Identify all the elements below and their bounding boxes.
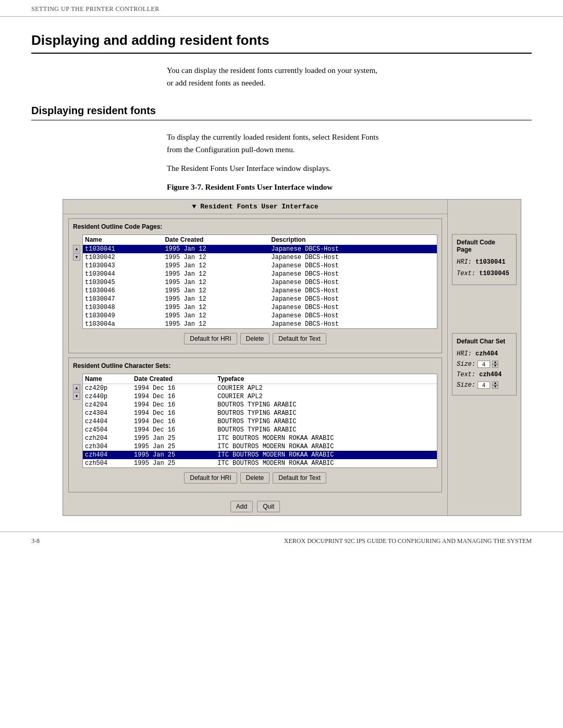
top-bar-text: SETTING UP THE PRINTER CONTROLLER — [31, 5, 160, 13]
code-page-hri-row: HRI: t1030041 — [457, 257, 512, 267]
code-pages-table-wrapper: Name Date Created Description t103004119… — [82, 235, 437, 329]
scroll-up-btn[interactable]: ▲ — [73, 245, 80, 252]
default-char-set-title: Default Char Set — [457, 338, 512, 345]
scroll-down-btn[interactable]: ▼ — [73, 253, 80, 261]
table-row[interactable]: cz44041994 Dec 16BOUTROS TYPING ARABIC — [83, 417, 437, 426]
default-code-page-title: Default Code Page — [457, 239, 512, 253]
char-set-text-row: Text: czh404 — [457, 370, 512, 379]
code-page-text-row: Text: t1030045 — [457, 269, 512, 278]
table-row[interactable]: czh4041995 Jan 25ITC BOUTROS MODERN ROKA… — [83, 451, 437, 459]
table-row[interactable]: czh2041995 Jan 25ITC BOUTROS MODERN ROKA… — [83, 434, 437, 442]
code-pages-list-container: ▲ ▼ Name Date Created Description — [73, 235, 437, 329]
delete-btn-1[interactable]: Delete — [240, 333, 270, 344]
bottom-button-row: Add Quit — [63, 497, 447, 515]
default-text-btn-2[interactable]: Default for Text — [273, 472, 326, 484]
title-icon: ▼ — [192, 203, 196, 211]
char-sets-container: Resident Outline Character Sets: ▲ ▼ Nam… — [63, 357, 447, 497]
char-set-text-size-input[interactable] — [478, 381, 490, 389]
char-set-text-value: czh404 — [479, 371, 501, 378]
char-set-text-spinners: ▲ ▼ — [492, 381, 498, 389]
table-row[interactable]: cz43041994 Dec 16BOUTROS TYPING ARABIC — [83, 409, 437, 417]
char-sets-list-container: ▲ ▼ Name Date Created Typeface — [73, 374, 437, 468]
code-page-text-label: Text: — [457, 270, 475, 277]
default-hri-btn-2[interactable]: Default for HRI — [184, 472, 237, 484]
char-scroll-up-btn[interactable]: ▲ — [73, 384, 80, 391]
page-number: 3-8 — [31, 537, 40, 545]
top-bar: SETTING UP THE PRINTER CONTROLLER — [0, 0, 563, 17]
col-name-2: Name — [83, 374, 132, 384]
add-btn[interactable]: Add — [230, 501, 253, 512]
section-title: Displaying resident fonts — [31, 105, 532, 120]
chapter-title: Displaying and adding resident fonts — [31, 32, 532, 54]
char-set-text-size-row: Size: ▲ ▼ — [457, 381, 512, 389]
char-set-hri-row: HRI: czh404 — [457, 349, 512, 359]
char-set-size-label: Size: — [457, 361, 475, 368]
bottom-bar: 3-8 XEROX DOCUPRINT 92C IPS GUIDE TO CON… — [0, 532, 563, 550]
default-char-set-box: Default Char Set HRI: czh404 Size: ▲ ▼ T… — [452, 333, 517, 396]
col-typeface: Typeface — [215, 374, 437, 384]
ui-title: Resident Fonts User Interface — [200, 203, 318, 211]
char-set-text-label: Text: — [457, 371, 475, 378]
table-row[interactable]: cz45041994 Dec 16BOUTROS TYPING ARABIC — [83, 426, 437, 434]
intro-paragraph: You can display the resident fonts curre… — [167, 66, 377, 87]
table-row[interactable]: cz440p1994 Dec 16COURIER APL2 — [83, 392, 437, 401]
table-row[interactable]: t10300431995 Jan 12Japanese DBCS-Host — [83, 262, 437, 270]
char-set-hri-size-row: Size: ▲ ▼ — [457, 361, 512, 368]
ui-window: ▼ Resident Fonts User Interface Resident… — [63, 199, 521, 516]
right-spacer-mid — [452, 293, 517, 325]
table-row[interactable]: czh3041995 Jan 25ITC BOUTROS MODERN ROKA… — [83, 442, 437, 451]
ui-left-panel: ▼ Resident Fonts User Interface Resident… — [63, 200, 448, 515]
table-row[interactable]: t103004a1995 Jan 12Japanese DBCS-Host — [83, 320, 437, 328]
figure-caption: Figure 3-7. Resident Fonts User Interfac… — [167, 183, 532, 192]
code-pages-container: Resident Outline Code Pages: ▲ ▼ Name — [63, 214, 447, 357]
table-row[interactable]: t10300471995 Jan 12Japanese DBCS-Host — [83, 295, 437, 303]
table-row[interactable]: czh5041995 Jan 25ITC BOUTROS MODERN ROKA… — [83, 459, 437, 467]
section-text-1: To display the currently loaded resident… — [167, 131, 532, 156]
table-row[interactable]: t10300421995 Jan 12Japanese DBCS-Host — [83, 253, 437, 262]
code-pages-table: Name Date Created Description t103004119… — [83, 235, 437, 328]
col-description: Description — [269, 235, 437, 245]
code-pages-header-row: Name Date Created Description — [83, 235, 437, 245]
char-sets-header-row: Name Date Created Typeface — [83, 374, 437, 384]
table-row[interactable]: t10300441995 Jan 12Japanese DBCS-Host — [83, 270, 437, 278]
table-row[interactable]: t10300411995 Jan 12Japanese DBCS-Host — [83, 245, 437, 254]
figure-number: Figure 3-7. — [167, 183, 203, 191]
table-row[interactable]: t10300461995 Jan 12Japanese DBCS-Host — [83, 287, 437, 295]
table-row[interactable]: t10300491995 Jan 12Japanese DBCS-Host — [83, 312, 437, 320]
char-sets-table: Name Date Created Typeface cz420p1994 De… — [83, 374, 437, 467]
code-pages-scrollbar: ▲ ▼ — [73, 235, 80, 329]
code-page-text-value: t1030045 — [479, 270, 509, 277]
col-date-created-2: Date Created — [132, 374, 215, 384]
ui-right-panel: Default Code Page HRI: t1030041 Text: t1… — [448, 200, 521, 515]
char-set-hri-size-input[interactable] — [478, 361, 490, 368]
code-page-hri-label: HRI: — [457, 258, 472, 266]
right-spacer-top — [452, 205, 517, 226]
ui-title-bar: ▼ Resident Fonts User Interface — [63, 200, 447, 214]
text-size-down[interactable]: ▼ — [492, 385, 498, 389]
figure-label: Resident Fonts User Interface window — [205, 183, 333, 191]
footer-text: XEROX DOCUPRINT 92C IPS GUIDE TO CONFIGU… — [284, 537, 532, 545]
char-sets-title: Resident Outline Character Sets: — [73, 362, 437, 369]
char-scroll-down-btn[interactable]: ▼ — [73, 392, 80, 400]
char-sets-scrollbar: ▲ ▼ — [73, 374, 80, 468]
char-set-hri-label: HRI: — [457, 350, 472, 357]
col-date-created: Date Created — [163, 235, 269, 245]
table-row[interactable]: cz420p1994 Dec 16COURIER APL2 — [83, 384, 437, 393]
char-set-hri-spinners: ▲ ▼ — [492, 361, 498, 368]
code-page-hri-value: t1030041 — [475, 258, 506, 266]
intro-text: You can display the resident fonts curre… — [167, 64, 532, 89]
code-pages-button-row: Default for HRI Delete Default for Text — [73, 329, 437, 349]
default-text-btn-1[interactable]: Default for Text — [273, 333, 326, 344]
default-hri-btn-1[interactable]: Default for HRI — [184, 333, 237, 344]
default-code-page-box: Default Code Page HRI: t1030041 Text: t1… — [452, 234, 517, 285]
delete-btn-2[interactable]: Delete — [240, 472, 270, 484]
quit-btn[interactable]: Quit — [257, 501, 280, 512]
hri-size-down[interactable]: ▼ — [492, 364, 498, 368]
table-row[interactable]: cz42041994 Dec 16BOUTROS TYPING ARABIC — [83, 401, 437, 409]
section-text-2: The Resident Fonts User Interface window… — [167, 162, 532, 175]
char-set-hri-value: czh404 — [475, 350, 498, 357]
table-row[interactable]: t10300451995 Jan 12Japanese DBCS-Host — [83, 278, 437, 287]
char-sets-table-wrapper: Name Date Created Typeface cz420p1994 De… — [82, 374, 437, 468]
main-content: Displaying and adding resident fonts You… — [0, 17, 563, 532]
table-row[interactable]: t10300481995 Jan 12Japanese DBCS-Host — [83, 303, 437, 312]
